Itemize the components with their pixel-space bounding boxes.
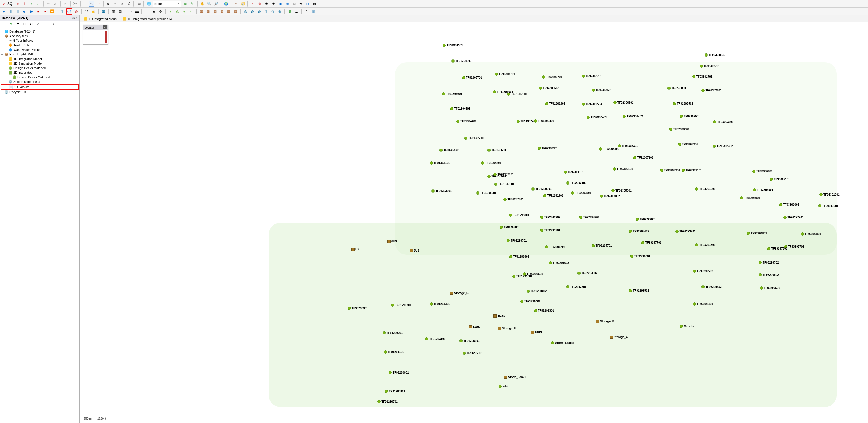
t-globe-icon[interactable]: ◍	[59, 8, 65, 14]
network-node[interactable]: TF93301001	[699, 187, 715, 191]
network-node[interactable]: TF92303701	[586, 74, 602, 78]
l1-icon[interactable]: ▭	[127, 8, 133, 14]
network-node[interactable]: Storage_E	[502, 327, 516, 330]
network-node[interactable]: TF92306601	[617, 101, 634, 104]
list-icon[interactable]: ≣	[15, 22, 21, 27]
network-node[interactable]: TF91304801	[456, 59, 472, 63]
network-node[interactable]: TF91280801	[389, 390, 405, 393]
network-node[interactable]: TF92307002	[604, 194, 620, 198]
network-node[interactable]: TF91297901	[507, 198, 524, 201]
nt3-icon[interactable]: ✺	[264, 1, 270, 7]
c2-icon[interactable]: ◍	[249, 8, 255, 14]
pin-icon[interactable]: 🧭	[240, 1, 246, 7]
nt9-icon[interactable]: ↦	[305, 1, 311, 7]
play-icon[interactable]: ▶	[29, 8, 34, 14]
network-node[interactable]: TF93304801	[709, 54, 725, 57]
network-node[interactable]: TF93306101	[756, 170, 773, 173]
link1-icon[interactable]: ⤳	[45, 1, 51, 7]
zoom-out-icon[interactable]: 🔎	[213, 1, 219, 7]
network-node[interactable]: TF93291301	[699, 243, 715, 246]
first-icon[interactable]: ⏮	[1, 8, 7, 14]
l2-icon[interactable]: ▬	[134, 8, 140, 14]
graph1-icon[interactable]: ≋	[105, 1, 111, 7]
next-icon[interactable]: ⏭	[22, 8, 27, 14]
dot2-icon[interactable]: ◐	[175, 8, 180, 14]
twisty-icon[interactable]: –	[1, 35, 4, 37]
network-node[interactable]: TF93293702	[679, 230, 696, 233]
stop-icon[interactable]: ■	[35, 8, 41, 14]
g1-icon[interactable]: ▦	[198, 8, 204, 14]
network-node[interactable]: TF93302302	[717, 145, 733, 148]
network-node[interactable]: TF91280701	[381, 400, 398, 403]
check-icon[interactable]: ✔	[1, 1, 7, 7]
network-node[interactable]: TF91307001	[498, 183, 515, 186]
table1-icon[interactable]: ▦	[100, 8, 106, 14]
copy-icon[interactable]: ❐	[22, 22, 27, 27]
network-node[interactable]: TF92293502	[582, 272, 598, 275]
t-globe2-icon[interactable]: ◍	[73, 8, 79, 14]
arrow-out-icon[interactable]: ↲	[35, 1, 41, 7]
g3-icon[interactable]: ▦	[212, 8, 218, 14]
chart1-icon[interactable]: ▥	[110, 8, 116, 14]
network-node[interactable]: TF91304401	[460, 120, 476, 123]
dot3-icon[interactable]: ●	[181, 8, 187, 14]
network-node[interactable]: TF91309001	[535, 187, 552, 191]
network-node[interactable]: TF92307201	[637, 156, 653, 159]
info-icon[interactable]: ⓘ	[66, 8, 72, 14]
record-icon[interactable]: ●	[42, 8, 48, 14]
panel-min-icon[interactable]: ▭	[72, 17, 75, 20]
tree-node[interactable]: 🟨1D Simulation Model	[1, 61, 79, 66]
dot4-icon[interactable]: ○	[188, 8, 194, 14]
network-node[interactable]: TF91303101	[434, 161, 450, 164]
network-node[interactable]: TF93299801	[805, 232, 821, 236]
nt4-icon[interactable]: ✹	[271, 1, 276, 7]
network-node[interactable]: 6US	[392, 240, 397, 243]
network-node[interactable]: TF93302601	[706, 89, 722, 92]
tree-node[interactable]: 🌐Database [2024.1]	[1, 29, 79, 34]
network-node[interactable]: 15US	[497, 314, 504, 318]
network-node[interactable]: Storm_Tank1	[508, 375, 526, 379]
network-node[interactable]: TF91280901	[393, 371, 409, 374]
lasso-icon[interactable]: ◌	[95, 1, 101, 7]
network-node[interactable]: TF92300603	[543, 87, 559, 90]
locator-close-icon[interactable]: ✕	[103, 25, 107, 29]
network-node[interactable]: TF93292502	[697, 270, 713, 273]
network-map[interactable]: Locator ✕ TF91304901TF91304801TF91305701…	[80, 22, 868, 423]
nt2-icon[interactable]: ✵	[257, 1, 262, 7]
network-node[interactable]: TF91307601	[497, 90, 513, 93]
twisty-icon[interactable]: –	[1, 53, 4, 56]
network-node[interactable]: TF92301601	[549, 102, 565, 105]
c1-icon[interactable]: ◍	[243, 8, 248, 14]
c6-icon[interactable]: ◍	[277, 8, 283, 14]
network-node[interactable]: TF92291901	[547, 194, 563, 197]
up-icon[interactable]: ↑	[1, 22, 7, 27]
network-node[interactable]: TF91307101	[497, 173, 514, 176]
network-node[interactable]: Storm_Outfall	[555, 341, 574, 344]
nt5-icon[interactable]: ▣	[277, 1, 283, 7]
network-node[interactable]: TF93309001	[783, 203, 799, 206]
compass-icon[interactable]: ◬	[119, 1, 125, 7]
world-icon[interactable]: 🌍	[223, 1, 229, 7]
network-node[interactable]: TF93294502	[706, 285, 722, 289]
network-node[interactable]: TF91306301	[491, 149, 508, 152]
tree-node[interactable]: 🔷Wastewater Profile	[1, 48, 79, 52]
network-node[interactable]: TF93297501	[764, 286, 780, 290]
g4-icon[interactable]: ▦	[219, 8, 224, 14]
nt10-icon[interactable]: ⊞	[312, 1, 317, 7]
network-node[interactable]: TF92292301	[538, 309, 554, 312]
network-node[interactable]: TF92294701	[596, 244, 612, 247]
pencil-icon[interactable]: ✎	[189, 1, 195, 7]
h1-icon[interactable]: ▩	[287, 8, 292, 14]
net-icon[interactable]: ⋔	[22, 1, 27, 7]
cut-icon[interactable]: ✂	[62, 1, 68, 7]
chart2-icon[interactable]: ▤	[117, 8, 123, 14]
twisty-icon[interactable]: –	[5, 71, 8, 74]
more-icon[interactable]: ⠿	[56, 22, 62, 27]
network-node[interactable]: Inlet	[503, 385, 508, 388]
nt1-icon[interactable]: ✶	[250, 1, 256, 7]
network-node[interactable]: TF93296702	[763, 261, 779, 264]
graph2-icon[interactable]: ⊞	[112, 1, 118, 7]
network-node[interactable]: TF92308301	[673, 128, 689, 131]
network-node[interactable]: Storage_G	[454, 292, 469, 295]
network-node[interactable]: TF92302401	[591, 116, 607, 119]
